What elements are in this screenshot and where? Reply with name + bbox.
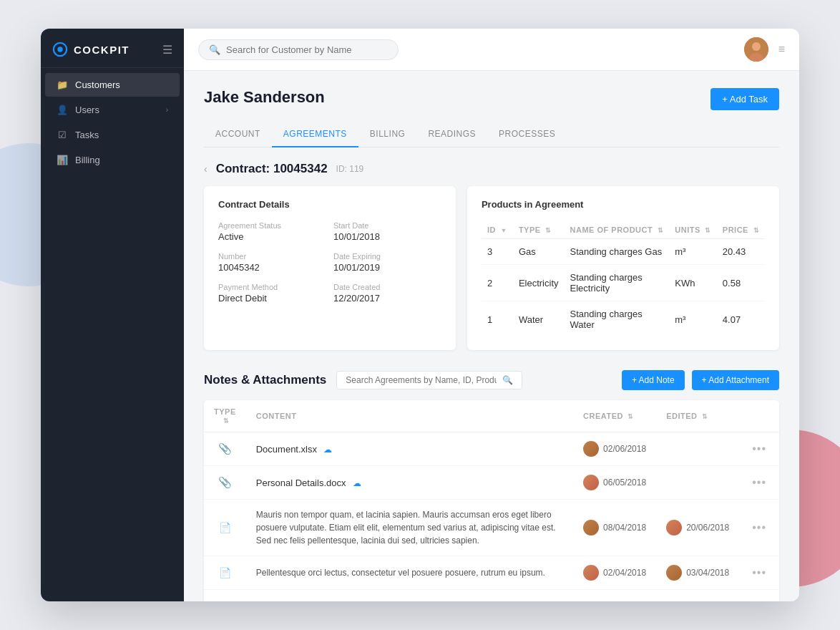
check-icon: ☑: [57, 130, 68, 140]
add-note-button[interactable]: + Add Note: [622, 370, 685, 390]
user-date: 06/05/2018: [583, 475, 646, 490]
sort-icon: ⇅: [223, 417, 230, 425]
tab-agreements[interactable]: AGREEMENTS: [272, 122, 358, 147]
topbar-menu-icon[interactable]: ≡: [778, 43, 785, 56]
more-options-button[interactable]: •••: [749, 566, 769, 579]
note-text: Etiam nisi ante, consectetur eget placer…: [256, 600, 562, 601]
table-row: 📄 Etiam nisi ante, consectetur eget plac…: [204, 590, 779, 602]
product-name: Standing charges Electricity: [565, 265, 670, 301]
add-task-button[interactable]: + Add Task: [710, 88, 779, 110]
note-edited: [656, 432, 739, 466]
note-content: Personal Details.docx ☁: [246, 466, 573, 500]
search-box[interactable]: 🔍: [198, 39, 399, 60]
product-id: 3: [482, 239, 513, 265]
product-units: m³: [669, 301, 717, 338]
add-attachment-button[interactable]: + Add Attachment: [692, 370, 779, 390]
detail-label: Start Date: [333, 221, 441, 230]
table-row: 📄 Mauris non tempor quam, et lacinia sap…: [204, 500, 779, 556]
tab-billing[interactable]: BILLING: [358, 122, 417, 147]
notes-actions: + Add Note + Add Attachment: [622, 370, 779, 390]
sidebar-item-tasks[interactable]: ☑ Tasks: [45, 123, 180, 147]
user-date: 08/04/2018: [583, 520, 646, 536]
paperclip-icon: 📎: [218, 476, 232, 488]
tab-processes[interactable]: PROCESSES: [487, 122, 567, 147]
tab-account[interactable]: ACCOUNT: [204, 122, 272, 147]
logo-inner: COCKPIT: [52, 42, 130, 57]
product-price: 4.07: [717, 301, 765, 338]
note-content: Pellentesque orci lectus, consectetur ve…: [246, 556, 573, 590]
contract-details-card: Contract Details Agreement Status Active…: [204, 186, 456, 350]
sidebar-nav: 📁 Customers 👤 Users › ☑ Tasks 📊: [41, 68, 184, 177]
note-edited: 20/06/2018: [656, 500, 739, 556]
note-edited: 03/04/2018: [656, 556, 739, 590]
avatar-sm: [583, 565, 599, 581]
col-type[interactable]: TYPE ⇅: [204, 400, 246, 432]
avatar-sm: [666, 565, 682, 581]
sidebar-item-users[interactable]: 👤 Users ›: [45, 98, 180, 122]
file-name: Personal Details.docx: [256, 478, 346, 488]
avatar-svg: [744, 37, 768, 62]
note-more: •••: [739, 500, 779, 556]
sidebar-item-customers[interactable]: 📁 Customers: [45, 73, 180, 97]
detail-value: 10045342: [218, 262, 326, 273]
cloud-upload-icon: ☁: [323, 445, 332, 455]
created-date: 06/05/2018: [603, 478, 646, 488]
detail-value: Active: [218, 231, 326, 242]
products-title: Products in Agreement: [482, 199, 765, 210]
col-id[interactable]: ID ▼: [482, 221, 513, 239]
sidebar-item-billing[interactable]: 📊 Billing: [45, 148, 180, 172]
col-created[interactable]: CREATED ⇅: [573, 400, 656, 432]
product-name: Standing charges Water: [565, 301, 670, 338]
detail-label: Payment Method: [218, 283, 326, 291]
avatar-sm: [583, 475, 599, 490]
note-content: Etiam nisi ante, consectetur eget placer…: [246, 590, 573, 602]
detail-item: Start Date 10/01/2018: [333, 221, 441, 242]
sidebar-logo: COCKPIT ☰: [41, 29, 184, 68]
sort-icon: ⇅: [753, 227, 760, 234]
sidebar-item-label: Users: [75, 105, 99, 115]
more-options-button[interactable]: •••: [749, 521, 769, 534]
page-title: Jake Sanderson: [204, 88, 325, 107]
contract-back-button[interactable]: ‹: [204, 163, 207, 175]
user-date: 03/04/2018: [666, 565, 729, 581]
folder-icon: 📁: [57, 79, 68, 90]
sidebar-item-label: Tasks: [75, 130, 99, 140]
avatar-sm: [666, 520, 682, 536]
created-date: 08/04/2018: [603, 523, 646, 533]
nav-item-left: 📁 Customers: [57, 79, 120, 90]
note-type: 📄: [204, 590, 246, 602]
col-price[interactable]: PRICE ⇅: [717, 221, 765, 239]
note-created: 12/01/2018: [573, 590, 656, 602]
col-units[interactable]: UNITS ⇅: [669, 221, 717, 239]
more-options-button[interactable]: •••: [749, 476, 769, 489]
product-id: 1: [482, 301, 513, 338]
col-actions: [739, 400, 779, 432]
tab-readings[interactable]: READINGS: [416, 122, 487, 147]
hamburger-icon[interactable]: ☰: [162, 43, 172, 57]
table-row: 📎 Document.xlsx ☁ 02/06/2018: [204, 432, 779, 466]
table-row: 📄 Pellentesque orci lectus, consectetur …: [204, 556, 779, 590]
note-edited: [656, 466, 739, 500]
col-edited[interactable]: EDITED ⇅: [656, 400, 739, 432]
content-area: Jake Sanderson + Add Task ACCOUNT AGREEM…: [184, 71, 799, 601]
edited-date: 20/06/2018: [686, 523, 729, 533]
main-content: 🔍 ≡ Jake Sanderson + Add: [184, 29, 799, 601]
chart-icon: 📊: [57, 155, 68, 165]
detail-value: 10/01/2019: [333, 262, 441, 273]
note-type: 📎: [204, 432, 246, 466]
more-options-button[interactable]: •••: [749, 442, 769, 455]
detail-item: Agreement Status Active: [218, 221, 326, 242]
note-content: Mauris non tempor quam, et lacinia sapie…: [246, 500, 573, 556]
sidebar-item-label: Customers: [75, 79, 120, 90]
search-input[interactable]: [226, 44, 388, 55]
product-units: m³: [669, 239, 717, 265]
svg-point-3: [752, 42, 761, 51]
logo-text: COCKPIT: [74, 44, 130, 56]
col-name[interactable]: NAME OF PRODUCT ⇅: [565, 221, 670, 239]
notes-search-box[interactable]: 🔍: [336, 371, 522, 389]
notes-search-input[interactable]: [346, 375, 497, 385]
note-content: Document.xlsx ☁: [246, 432, 573, 466]
avatar-sm: [583, 441, 599, 457]
created-date: 02/04/2018: [603, 568, 646, 578]
col-type[interactable]: TYPE ⇅: [513, 221, 565, 239]
